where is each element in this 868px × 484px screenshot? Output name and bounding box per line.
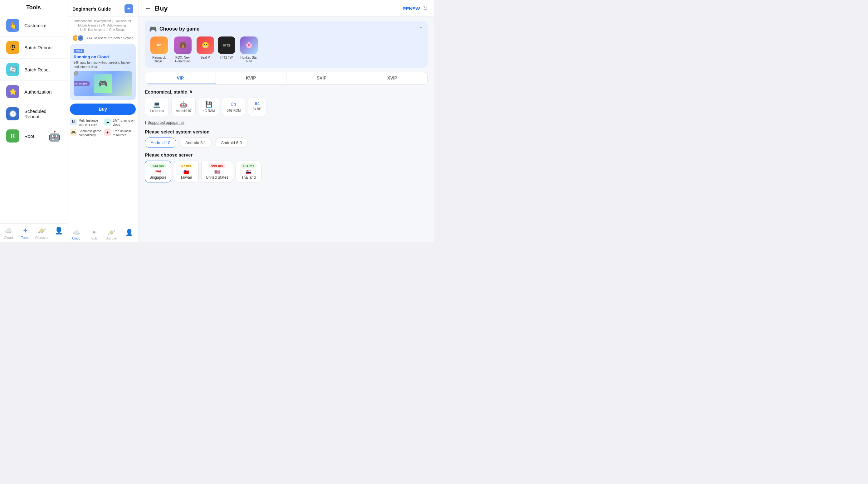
game-seal[interactable]: 😁 Seal M [196,36,214,63]
nav-agent[interactable]: 👤 [50,224,67,242]
tab-kvip[interactable]: KVIP [216,72,287,84]
economical-section-label: Economical, stable ∧ [145,89,428,95]
game-hit2[interactable]: HIT2 HIT2 TW [218,36,235,63]
android-label: Android 10 [176,109,191,112]
ram-icon: 💾 [205,101,212,108]
back-button[interactable]: ← [145,4,152,12]
customize-label: Customize [24,23,46,28]
seal-thumb: 😁 [196,36,214,54]
mid-nav-discover[interactable]: 🪐 Discover [103,226,121,242]
spec-rom[interactable]: 🗂 64G ROM [222,98,245,116]
mid-nav-agent[interactable]: 👤 [120,226,138,242]
mid-nav-tools[interactable]: ✦ Tools [85,226,103,242]
android60-btn[interactable]: Android 6.0 [215,137,248,148]
supported-text: Supported app/games [148,120,184,125]
choose-game-title: Choose by game [159,26,199,32]
honkai-label: Honkai: Star Rail [239,56,259,63]
us-flag: 🇺🇸 [214,170,220,175]
taiwan-ping: 37 ms [179,163,193,168]
tools-title: Tools [0,0,67,14]
renew-button[interactable]: RENEW [402,6,420,11]
tool-item-customize[interactable]: 👆 Customize [0,14,67,36]
android10-btn[interactable]: Android 10 [145,137,176,148]
middle-panel: Beginner's Guide + Independent Developme… [67,0,138,242]
game-rox[interactable]: 🐻 ROX: Next Generation [173,36,193,63]
spec-bit[interactable]: 64 64 BIT [248,98,267,116]
tool-item-batch-reboot[interactable]: ⏱ Batch Reboot [0,36,67,59]
games-row: RO Ragnarok Origin... 🐻 ROX: Next Genera… [149,36,424,63]
guide-title: Beginner's Guide [72,6,111,11]
mid-cloud-icon: ☁️ [72,229,80,236]
rox-thumb: 🐻 [174,36,192,54]
thailand-name: Thailand [241,175,255,180]
server-us[interactable]: 999 ms 🇺🇸 United States [201,161,233,183]
nav-discover[interactable]: 🪐 Discover [34,224,51,242]
batch-reset-label: Batch Reset [24,67,50,72]
server-taiwan[interactable]: 37 ms 🇹🇼 Taiwan [174,161,199,183]
left-bottom-nav: ☁️ Cloud ✦ Tools 🪐 Discover 👤 [0,223,67,242]
discover-nav-label: Discover [35,236,49,239]
guide-add-button[interactable]: + [124,4,133,13]
tab-vip[interactable]: VIP [145,72,216,84]
android81-btn[interactable]: Android 8.1 [179,137,212,148]
supported-link[interactable]: ℹ Supported app/games [145,120,428,125]
server-section-label: Please choose server [145,152,428,158]
user-avatars: 😊 🎮 [72,35,84,41]
banner-title: Running on Cloud [74,55,132,59]
server-singapore[interactable]: 134 ms 🇸🇬 Singapore [145,161,171,183]
rom-label: 64G ROM [226,109,241,112]
agent-nav-icon: 👤 [55,227,63,235]
banner-game-preview: 🎮 [94,74,112,93]
banner-image: ✕ Community 🎮 [74,71,132,96]
cpu-label: 1 core cpu [150,109,164,112]
cpu-icon: 💻 [153,101,160,108]
us-ping: 999 ms [209,163,225,168]
honkai-thumb: 🌸 [240,36,258,54]
avatar-2: 🎮 [77,35,84,41]
mid-discover-label: Discover [105,237,118,240]
buy-page-title: Buy [155,4,399,12]
close-icon[interactable]: ✕ [74,71,78,75]
tab-svip[interactable]: SVIP [286,72,357,84]
tool-item-root[interactable]: R Root 🤖 [0,125,67,147]
tool-item-authorization[interactable]: ⭐ Authorization [0,81,67,103]
nav-cloud[interactable]: ☁️ Cloud [0,224,17,242]
mid-tools-label: Tools [90,237,97,240]
feature-free-local: + Free up local resources [104,129,136,137]
taiwan-name: Taiwan [180,175,192,180]
guide-subtitle: Independent Development | Exclusive for … [67,17,138,33]
collapse-icon[interactable]: ⌃ [419,26,424,32]
refresh-icon[interactable]: ↻ [423,5,428,12]
android-icon: 🤖 [180,101,187,108]
cloud-icon: ☁️ [4,227,12,235]
mid-cloud-label: Cloud [72,237,80,240]
community-badge: Community [74,81,90,86]
scheduled-reboot-label: Scheduled Reboot [24,108,61,119]
tool-item-batch-reset[interactable]: 🔄 Batch Reset [0,59,67,81]
game-honkai[interactable]: 🌸 Honkai: Star Rail [239,36,259,63]
tool-item-scheduled-reboot[interactable]: 🕐 Scheduled Reboot [0,103,67,125]
mid-nav-cloud[interactable]: ☁️ Cloud [67,226,85,242]
feature-multi-instance: N Multi-Instance with one click [70,119,102,127]
buy-button[interactable]: Buy [70,103,136,115]
spec-cpu[interactable]: 💻 1 core cpu [145,98,169,116]
thailand-flag: 🇹🇭 [246,170,251,175]
cloud-nav-label: Cloud [4,236,13,239]
singapore-name: Singapore [150,175,166,180]
tab-xvip[interactable]: XVIP [357,72,428,84]
right-panel: ← Buy RENEW ↻ 🎮 Choose by game ⌃ RO Ragn… [138,0,434,242]
spec-ram[interactable]: 💾 4G RAM [198,98,219,116]
nav-tools[interactable]: ✦ Tools [17,224,34,242]
mid-discover-icon: 🪐 [107,229,116,236]
ragnarok-thumb: RO [150,36,168,54]
spec-android[interactable]: 🤖 Android 10 [171,98,196,116]
feature-cloud-label: 24/7 running on cloud [113,119,136,127]
game-ragnarok[interactable]: RO Ragnarok Origin... [149,36,169,63]
authorization-label: Authorization [24,89,52,95]
bit-label: 64 BIT [253,107,262,111]
server-thailand[interactable]: 151 ms 🇹🇭 Thailand [236,161,261,183]
middle-bottom-nav: ☁️ Cloud ✦ Tools 🪐 Discover 👤 [67,226,138,242]
mid-tools-icon: ✦ [91,229,97,236]
us-name: United States [206,175,228,180]
features-grid: N Multi-Instance with one click ☁ 24/7 r… [67,117,138,140]
